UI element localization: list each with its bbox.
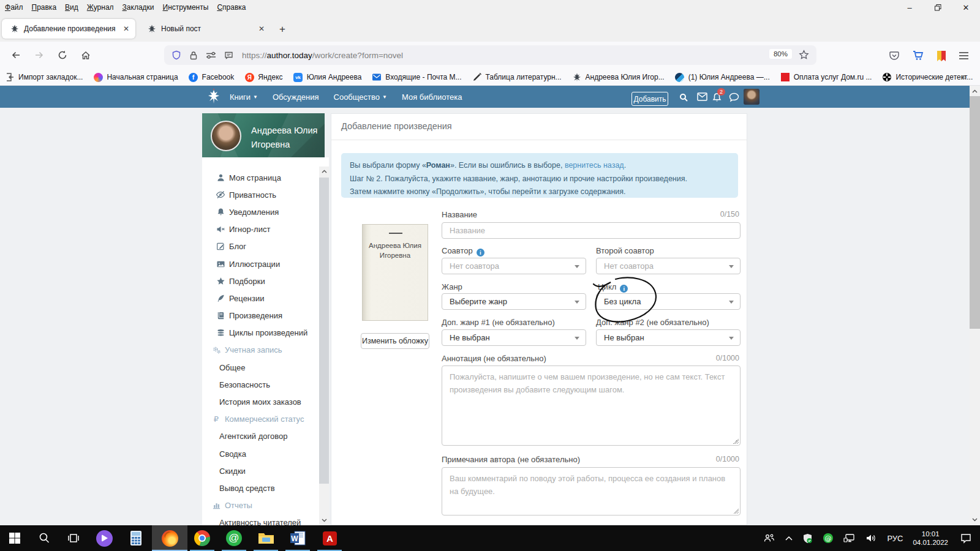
sidebar-item-общее[interactable]: Общее [202,359,319,376]
menu-закладки[interactable]: Закладки [123,3,154,12]
add-button[interactable]: Добавить [631,92,668,106]
taskbar-start-icon[interactable] [0,525,29,551]
scroll-up-icon[interactable] [970,86,979,96]
taskbar-taskview-icon[interactable] [59,525,88,551]
menu-вид[interactable]: Вид [65,3,78,12]
taskbar-explorer-icon[interactable] [251,525,281,551]
site-nav-моя-библиотека[interactable]: Моя библиотека [402,92,462,102]
search-icon[interactable] [679,92,688,102]
back-button[interactable] [11,50,21,60]
defender-icon[interactable] [802,533,813,544]
close-button[interactable]: ✕ [952,0,980,15]
bookmark-item[interactable]: fFacebook [189,72,235,82]
scroll-down-icon[interactable] [319,515,329,525]
taskbar-mailagent-icon[interactable]: @ [219,525,249,551]
site-nav-сообщество[interactable]: Сообщество▼ [334,92,387,102]
coauthor-select[interactable]: Нет соавтора [442,258,586,274]
bookmark-item[interactable]: (1) Юлия Андреева —... [675,72,770,82]
info-icon[interactable]: i [477,249,484,257]
zoom-level-badge[interactable]: 80% [769,49,792,59]
taskbar-search-icon[interactable] [29,525,59,551]
tray-expand-icon[interactable] [785,536,793,541]
sidebar-scrollbar[interactable] [319,167,329,525]
sidebar-item-отчеты[interactable]: Отчеты [202,497,319,514]
sidebar-item-моя-страница[interactable]: Моя страница [202,169,319,186]
sidebar-item-история-моих-заказов[interactable]: История моих заказов [202,393,319,410]
people-icon[interactable] [763,533,775,543]
tab-2[interactable]: Новый пост ✕ [142,19,271,39]
genre-select[interactable]: Выберите жанр [442,293,586,310]
taskbar-chrome-icon[interactable] [187,525,217,551]
pocket-icon[interactable] [889,50,900,61]
home-button[interactable] [81,50,91,60]
tab-close-icon[interactable]: ✕ [117,24,135,33]
site-logo[interactable] [205,88,223,106]
bookmark-item[interactable]: Входящие - Почта М... [372,72,461,82]
hamburger-menu-icon[interactable] [959,51,969,60]
site-nav-обсуждения[interactable]: Обсуждения [273,92,319,102]
scrollbar-thumb[interactable] [319,178,329,484]
menu-правка[interactable]: Правка [32,3,57,12]
sidebar-item-вывод-средств[interactable]: Вывод средств [202,479,319,497]
taskbar-yandex-icon[interactable] [89,525,119,551]
cart-icon[interactable] [912,50,924,62]
taskbar-calculator-icon[interactable] [121,525,151,551]
network-icon[interactable] [843,533,856,543]
restore-button[interactable] [924,0,952,15]
tab-close-icon[interactable]: ✕ [252,24,271,33]
sidebar-item-безопасность[interactable]: Безопасность [202,376,319,393]
bookmark-item[interactable]: Начальная страница [93,72,178,82]
chat-icon[interactable] [729,92,739,102]
info-icon[interactable]: i [620,285,628,293]
annotation-textarea[interactable]: Пожалуйста, напишите о чем вашем произве… [442,365,741,446]
clock[interactable]: 10:01 04.01.2022 [913,530,948,547]
sidebar-item-сводка[interactable]: Сводка [202,445,319,462]
sidebar-item-иллюстрации[interactable]: Иллюстрации [202,255,319,272]
scroll-down-icon[interactable] [970,515,979,525]
extra-genre2-select[interactable]: Не выбран [596,329,741,346]
lock-icon[interactable] [189,51,198,60]
language-indicator[interactable]: РУС [887,534,903,543]
coauthor2-select[interactable]: Нет соавтора [596,258,741,274]
message-icon[interactable] [224,51,233,60]
sidebar-item-игнор-лист[interactable]: Игнор-лист [202,221,319,238]
sidebar-item-коммерческий-статус[interactable]: ₽Коммерческий статус [202,411,319,428]
bookmark-item[interactable]: Андреева Юлия Игор... [572,72,665,82]
sidebar-item-приватность[interactable]: Приватность [202,186,319,203]
sidebar-item-агентский-договор[interactable]: Агентский договор [202,428,319,445]
bookmark-item[interactable]: Импорт закладок... [5,72,83,82]
bookmarks-manager-icon[interactable] [937,50,946,62]
new-tab-button[interactable]: + [279,23,285,36]
profile-card[interactable]: Андреева Юлия Игоревна [202,113,325,157]
shield-icon[interactable] [172,50,181,60]
notes-textarea[interactable]: Ваш комментарий по поводу этой работы, п… [442,467,741,515]
sidebar-item-активность-читателей[interactable]: Активность читателей [202,514,319,525]
bookmark-item[interactable]: Исторические детект... [882,72,973,82]
menu-файл[interactable]: Файл [5,3,23,12]
sidebar-item-скидки[interactable]: Скидки [202,462,319,479]
sidebar-item-блог[interactable]: Блог [202,238,319,255]
sidebar-item-циклы-произведений[interactable]: Циклы произведений [202,324,319,342]
permissions-icon[interactable] [206,51,216,59]
site-nav-книги[interactable]: Книги▼ [230,92,258,102]
bookmark-item[interactable]: Таблица литературн... [472,72,562,82]
scroll-up-icon[interactable] [319,167,329,176]
action-center-icon[interactable] [960,533,971,544]
tab-active[interactable]: Добавление произведения ✕ [2,19,135,39]
bookmark-item[interactable]: vkЮлия Андреева [293,72,362,82]
scrollbar-thumb[interactable] [970,96,980,329]
minimize-button[interactable]: – [895,0,924,15]
extra-genre1-select[interactable]: Не выбран [442,329,586,346]
sidebar-item-учетная-запись[interactable]: Учетная запись [202,342,319,359]
cycle-select[interactable]: Без цикла [596,293,741,310]
volume-icon[interactable] [865,533,877,543]
go-back-link[interactable]: вернитесь назад [565,161,624,170]
menu-инструменты[interactable]: Инструменты [163,3,209,12]
taskbar-word-icon[interactable]: W [283,525,312,551]
sidebar-item-рецензии[interactable]: Рецензии [202,290,319,307]
bookmark-item[interactable]: ЯЯндекс [244,72,282,82]
change-cover-button[interactable]: Изменить обложку [361,333,429,349]
menu-справка[interactable]: Справка [217,3,246,12]
menu-журнал[interactable]: Журнал [87,3,114,12]
bookmark-item[interactable]: Оплата услуг Дом.ru ... [780,72,872,82]
